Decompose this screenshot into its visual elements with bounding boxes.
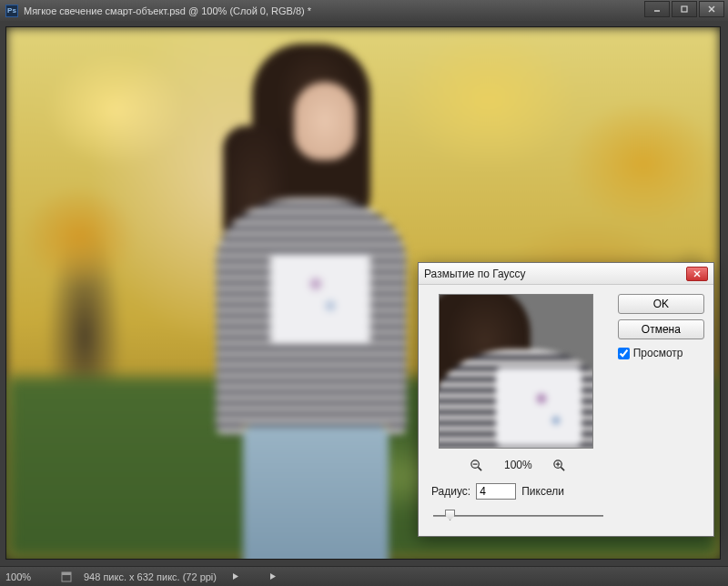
zoom-field[interactable]: 100% [5, 571, 49, 582]
dialog-title: Размытие по Гауссу [424, 268, 686, 280]
zoom-out-button[interactable] [470, 458, 484, 472]
svg-rect-14 [62, 572, 71, 575]
zoom-in-button[interactable] [552, 458, 567, 472]
info-menu-arrow2-icon[interactable] [268, 571, 277, 582]
maximize-button[interactable] [672, 1, 697, 17]
svg-line-10 [561, 467, 565, 470]
photoshop-window: Ps Мягкое свечение смарт-объект.psd @ 10… [0, 0, 728, 586]
preview-label: Просмотр [633, 347, 683, 359]
preview-thumbnail[interactable] [439, 294, 593, 449]
svg-rect-1 [682, 6, 687, 12]
cancel-button[interactable]: Отмена [618, 319, 704, 339]
doc-info-icon [60, 571, 73, 583]
radius-unit: Пиксели [521, 485, 564, 498]
minimize-button[interactable] [644, 1, 670, 17]
close-button[interactable] [699, 1, 724, 17]
svg-marker-15 [233, 573, 238, 580]
ok-button[interactable]: OK [618, 294, 704, 314]
photoshop-icon: Ps [5, 5, 18, 17]
canvas-area: Размытие по Гауссу [0, 21, 728, 566]
svg-marker-16 [270, 573, 276, 580]
radius-input[interactable] [476, 483, 516, 500]
gaussian-blur-dialog: Размытие по Гауссу [418, 262, 714, 537]
preview-zoom-value: 100% [504, 459, 532, 471]
info-menu-arrow-icon[interactable] [231, 571, 239, 582]
radius-label: Радиус: [431, 485, 470, 498]
document-title: Мягкое свечение смарт-объект.psd @ 100% … [24, 5, 723, 16]
dialog-close-button[interactable] [686, 267, 708, 281]
preview-checkbox[interactable] [618, 348, 630, 359]
slider-thumb[interactable] [445, 510, 455, 520]
doc-info: 948 пикс. x 632 пикс. (72 ppi) [84, 571, 217, 582]
dialog-titlebar[interactable]: Размытие по Гауссу [419, 263, 713, 285]
svg-line-7 [479, 467, 482, 470]
preview-checkbox-row[interactable]: Просмотр [618, 345, 704, 359]
titlebar: Ps Мягкое свечение смарт-объект.psd @ 10… [0, 0, 728, 21]
radius-slider[interactable] [433, 509, 603, 523]
statusbar: 100% 948 пикс. x 632 пикс. (72 ppi) [0, 566, 728, 586]
